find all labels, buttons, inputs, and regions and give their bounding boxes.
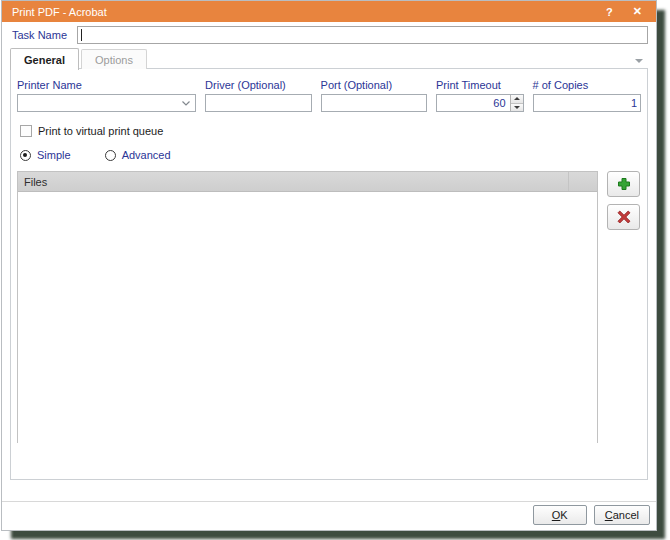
cancel-button[interactable]: Cancel <box>594 505 650 525</box>
add-file-button[interactable] <box>607 171 640 197</box>
port-label: Port (Optional) <box>321 79 427 91</box>
files-list[interactable]: Files <box>17 171 598 443</box>
task-name-row: Task Name <box>12 26 648 44</box>
driver-input[interactable] <box>205 94 311 112</box>
radio-advanced-label: Advanced <box>122 149 171 161</box>
driver-field: Driver (Optional) <box>205 77 311 112</box>
remove-x-icon <box>617 210 631 224</box>
chevron-down-icon <box>182 101 190 106</box>
print-timeout-label: Print Timeout <box>436 79 524 91</box>
port-field: Port (Optional) <box>321 77 427 112</box>
virtual-queue-row: Print to virtual print queue <box>20 125 641 137</box>
print-timeout-field: Print Timeout <box>436 77 524 112</box>
print-pdf-dialog: Print PDF - Acrobat ? ✕ Task Name Genera… <box>1 0 657 531</box>
footer-buttons: OK Cancel <box>533 505 650 525</box>
spin-down-button[interactable] <box>511 104 523 112</box>
titlebar: Print PDF - Acrobat ? ✕ <box>2 1 656 22</box>
spin-up-button[interactable] <box>511 95 523 104</box>
task-name-input[interactable] <box>77 26 648 44</box>
task-name-label: Task Name <box>12 29 67 41</box>
triangle-up-icon <box>514 97 520 100</box>
plus-icon <box>617 177 631 191</box>
printer-name-label: Printer Name <box>17 79 196 91</box>
virtual-queue-label: Print to virtual print queue <box>38 125 163 137</box>
window-title: Print PDF - Acrobat <box>12 6 586 18</box>
print-timeout-spinner <box>510 95 523 111</box>
driver-label: Driver (Optional) <box>205 79 311 91</box>
printer-name-field: Printer Name <box>17 77 196 112</box>
tab-general[interactable]: General <box>10 48 79 70</box>
files-buttons <box>607 171 640 230</box>
close-button[interactable]: ✕ <box>633 5 642 18</box>
help-button[interactable]: ? <box>606 6 613 18</box>
radio-simple[interactable]: Simple <box>20 149 71 161</box>
copies-label: # of Copies <box>533 79 641 91</box>
radio-advanced[interactable]: Advanced <box>105 149 171 161</box>
virtual-queue-checkbox[interactable] <box>20 125 32 137</box>
files-list-body[interactable] <box>18 192 597 443</box>
mode-radio-group: Simple Advanced <box>20 149 641 161</box>
general-tab-panel: Printer Name Driver (Optional) Port (Opt… <box>10 68 648 480</box>
triangle-down-icon <box>514 106 520 109</box>
chevron-down-icon[interactable] <box>635 59 643 63</box>
tab-strip: General Options <box>10 47 648 69</box>
remove-file-button[interactable] <box>607 204 640 230</box>
copies-field: # of Copies <box>533 77 641 112</box>
radio-simple-label: Simple <box>37 149 71 161</box>
ok-button[interactable]: OK <box>533 505 587 525</box>
printer-form-row: Printer Name Driver (Optional) Port (Opt… <box>17 77 641 112</box>
screenshot-canvas: Print PDF - Acrobat ? ✕ Task Name Genera… <box>0 0 670 540</box>
radio-circle-icon <box>105 150 116 161</box>
text-caret <box>81 29 82 41</box>
printer-name-select[interactable] <box>17 94 196 112</box>
files-area: Files <box>17 171 641 443</box>
radio-circle-icon <box>20 150 31 161</box>
files-header-label: Files <box>24 176 47 188</box>
tab-options[interactable]: Options <box>81 49 147 69</box>
footer-separator <box>2 501 656 502</box>
port-input[interactable] <box>321 94 427 112</box>
files-list-header: Files <box>18 172 597 192</box>
copies-input[interactable] <box>533 94 641 112</box>
